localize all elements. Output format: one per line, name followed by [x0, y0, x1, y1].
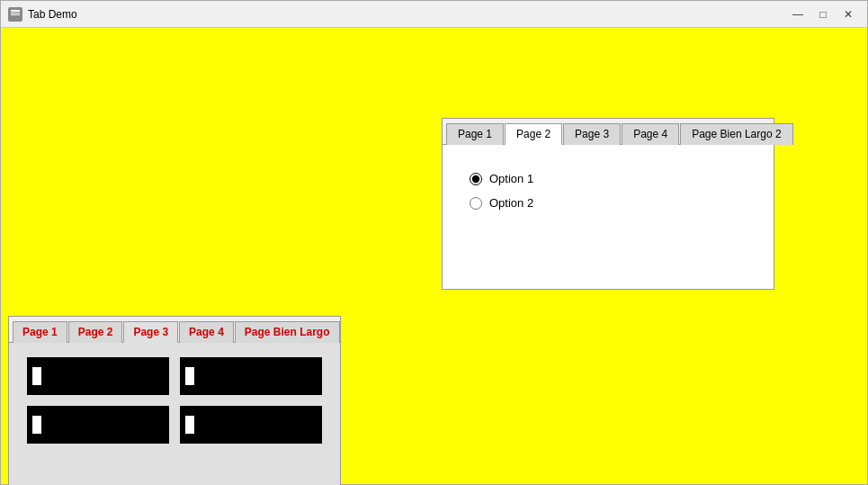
- boxes-grid: [27, 357, 322, 444]
- radio-option1[interactable]: Option 1: [470, 172, 747, 185]
- main-window: Tab Demo — □ ✕ Page 1 Page 2 Page 3 Page…: [0, 0, 868, 485]
- svg-rect-1: [11, 10, 20, 12]
- top-tab-page2[interactable]: Page 2: [505, 123, 562, 145]
- window-title: Tab Demo: [28, 8, 786, 21]
- top-tab-page3[interactable]: Page 3: [563, 123, 621, 145]
- cursor-3: [32, 416, 41, 434]
- bottom-tab-bar: Page 1 Page 2 Page 3 Page 4 Page Bien La…: [9, 317, 340, 343]
- bottom-tab-page-largo[interactable]: Page Bien Largo: [235, 321, 340, 343]
- top-tab-page1[interactable]: Page 1: [446, 123, 504, 145]
- close-button[interactable]: ✕: [837, 5, 860, 23]
- bottom-tab-page2[interactable]: Page 2: [68, 321, 123, 343]
- maximize-button[interactable]: □: [811, 5, 835, 23]
- svg-rect-3: [11, 14, 20, 15]
- bottom-tab-panel: Page 1 Page 2 Page 3 Page 4 Page Bien La…: [8, 316, 341, 485]
- radio-label-option1: Option 1: [489, 172, 533, 185]
- radio-option2[interactable]: Option 2: [470, 196, 747, 210]
- cursor-4: [185, 416, 194, 434]
- app-icon: [8, 7, 22, 22]
- radio-label-option2: Option 2: [489, 196, 533, 210]
- top-tab-bar: Page 1 Page 2 Page 3 Page 4 Page Bien La…: [443, 119, 774, 145]
- minimize-button[interactable]: —: [786, 5, 810, 23]
- bottom-tab-page4[interactable]: Page 4: [179, 321, 234, 343]
- radio-input-option1[interactable]: [470, 173, 482, 185]
- main-content: Page 1 Page 2 Page 3 Page 4 Page Bien La…: [1, 28, 867, 484]
- black-box-2: [180, 357, 322, 395]
- bottom-tab-page3[interactable]: Page 3: [123, 321, 178, 343]
- top-tab-page-largo2[interactable]: Page Bien Largo 2: [680, 123, 792, 145]
- bottom-tab-page1[interactable]: Page 1: [13, 321, 67, 343]
- radio-group: Option 1 Option 2: [470, 172, 747, 210]
- title-bar: Tab Demo — □ ✕: [1, 1, 867, 28]
- top-tab-page4[interactable]: Page 4: [622, 123, 679, 145]
- svg-rect-2: [11, 13, 20, 13]
- window-controls: — □ ✕: [786, 5, 860, 23]
- radio-input-option2[interactable]: [470, 197, 482, 210]
- top-tab-content: Option 1 Option 2: [443, 145, 774, 289]
- cursor-1: [32, 367, 41, 385]
- bottom-tab-content: [9, 343, 340, 485]
- black-box-3: [27, 406, 169, 444]
- cursor-2: [185, 367, 194, 385]
- top-tab-panel: Page 1 Page 2 Page 3 Page 4 Page Bien La…: [442, 118, 774, 290]
- black-box-1: [27, 357, 169, 395]
- black-box-4: [180, 406, 322, 444]
